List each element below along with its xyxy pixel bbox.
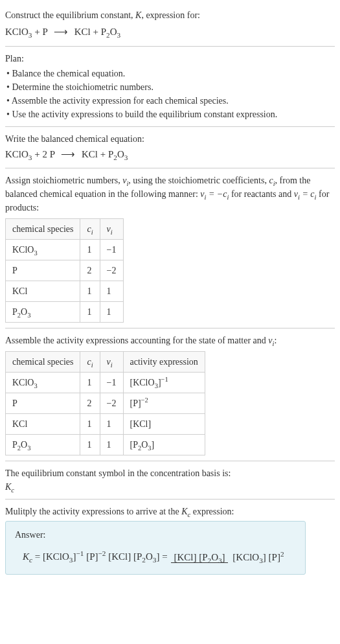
kc-symbol: Kc (5, 480, 335, 494)
c-cell: 1 (80, 281, 100, 302)
text: : (274, 336, 277, 345)
plan-item: • Determine the stoichiometric numbers. (6, 80, 335, 94)
col-nui: νi (100, 352, 123, 373)
c-cell: 1 (80, 435, 100, 455)
relation: νi = ci (294, 189, 317, 199)
text: Assemble the activity expressions accoun… (5, 336, 268, 345)
kc-symbol-section: The equilibrium constant symbol in the c… (5, 461, 335, 499)
kc-intro: The equilibrium constant symbol in the c… (5, 466, 335, 480)
balanced-section: Write the balanced chemical equation: KC… (5, 126, 335, 168)
col-ci: ci (80, 219, 100, 240)
nu-cell: −1 (100, 240, 123, 260)
species-cell: P2O3 (6, 435, 80, 455)
table-header-row: chemical species ci νi (6, 219, 124, 240)
col-species: chemical species (6, 352, 80, 373)
activity-intro: Assemble the activity expressions accoun… (5, 334, 335, 347)
nu-cell: 1 (100, 414, 123, 435)
species-cell: KCl (6, 281, 80, 302)
species-cell: P (6, 260, 80, 281)
nu-cell: −2 (100, 393, 123, 414)
c-cell: 1 (80, 373, 100, 393)
intro-section: Construct the equilibrium constant, K, e… (5, 3, 335, 46)
stoich-table: chemical species ci νi KClO3 1 −1 P 2 −2… (5, 218, 124, 323)
text: expression: (190, 507, 234, 516)
expr-cell: [KCl] (123, 414, 205, 435)
table-row: P 2 −2 [P]−2 (6, 393, 205, 414)
nu-cell: −2 (100, 260, 123, 281)
denominator: [KClO3] [P]2 (230, 552, 286, 562)
answer-formula: Kc = [KClO3]−1 [P]−2 [KCl] [P2O3] = [KCl… (15, 547, 296, 568)
prompt-text: Construct the equilibrium constant, K, e… (5, 8, 335, 22)
table-row: KCl 1 1 (6, 281, 124, 302)
table-row: KClO3 1 −1 (6, 240, 124, 260)
expr-cell: [KClO3]−1 (123, 373, 205, 393)
stoich-section: Assign stoichiometric numbers, νi, using… (5, 168, 335, 328)
nu-cell: 1 (100, 281, 123, 302)
plan-title: Plan: (5, 52, 335, 65)
K-symbol: K (135, 10, 141, 20)
text: for reactants and (229, 189, 293, 199)
expr-cell: [P]−2 (123, 393, 205, 414)
species-cell: KClO3 (6, 240, 80, 260)
table-row: P2O3 1 1 [P2O3] (6, 435, 205, 455)
arrow-icon: ⟶ (54, 27, 68, 37)
plan-item: • Use the activity expressions to build … (6, 108, 335, 121)
species-cell: P2O3 (6, 302, 80, 323)
species-cell: KCl (6, 414, 80, 435)
text: Assign stoichiometric numbers, (5, 176, 122, 185)
c-i-symbol: ci (269, 176, 275, 185)
c-cell: 1 (80, 414, 100, 435)
prompt-part1-end: , expression for: (141, 10, 200, 20)
numerator: [KCl] [P2O3] (171, 552, 227, 563)
nu-i-symbol: νi (122, 176, 128, 185)
final-section: Mulitply the activity expressions to arr… (5, 499, 335, 580)
text: , using the stoichiometric coefficients, (128, 176, 269, 185)
nu-cell: 1 (100, 302, 123, 323)
table-row: KClO3 1 −1 [KClO3]−1 (6, 373, 205, 393)
balanced-equation: KClO3 + 2 P ⟶ KCl + P2O3 (5, 147, 335, 162)
nu-cell: −1 (100, 373, 123, 393)
unbalanced-equation: KClO3 + P ⟶ KCl + P2O3 (5, 25, 335, 40)
table-row: KCl 1 1 [KCl] (6, 414, 205, 435)
activity-table: chemical species ci νi activity expressi… (5, 351, 205, 455)
col-activity: activity expression (123, 352, 205, 373)
Kc-symbol: Kc (181, 507, 190, 516)
nu-cell: 1 (100, 435, 123, 455)
c-cell: 2 (80, 393, 100, 414)
final-intro: Mulitply the activity expressions to arr… (5, 505, 335, 518)
answer-box: Answer: Kc = [KClO3]−1 [P]−2 [KCl] [P2O3… (5, 521, 306, 575)
plan-item: • Assemble the activity expression for e… (6, 94, 335, 108)
text: Mulitply the activity expressions to arr… (5, 507, 181, 516)
relation: νi = −ci (200, 189, 229, 199)
expr-cell: [P2O3] (123, 435, 205, 455)
table-row: P2O3 1 1 (6, 302, 124, 323)
col-nui: νi (100, 219, 123, 240)
activity-section: Assemble the activity expressions accoun… (5, 328, 335, 461)
plan-section: Plan: • Balance the chemical equation. •… (5, 46, 335, 126)
table-header-row: chemical species ci νi activity expressi… (6, 352, 205, 373)
fraction: [KCl] [P2O3] [KClO3] [P]2 (171, 550, 286, 565)
c-cell: 1 (80, 302, 100, 323)
balanced-intro: Write the balanced chemical equation: (5, 132, 335, 146)
species-cell: P (6, 393, 80, 414)
col-species: chemical species (6, 219, 80, 240)
c-cell: 1 (80, 240, 100, 260)
arrow-icon: ⟶ (61, 149, 75, 159)
plan-item: • Balance the chemical equation. (6, 67, 335, 80)
answer-label: Answer: (15, 528, 296, 542)
c-cell: 2 (80, 260, 100, 281)
col-ci: ci (80, 352, 100, 373)
stoich-intro: Assign stoichiometric numbers, νi, using… (5, 174, 335, 214)
species-cell: KClO3 (6, 373, 80, 393)
table-row: P 2 −2 (6, 260, 124, 281)
prompt-part1: Construct the equilibrium constant, (5, 10, 135, 20)
